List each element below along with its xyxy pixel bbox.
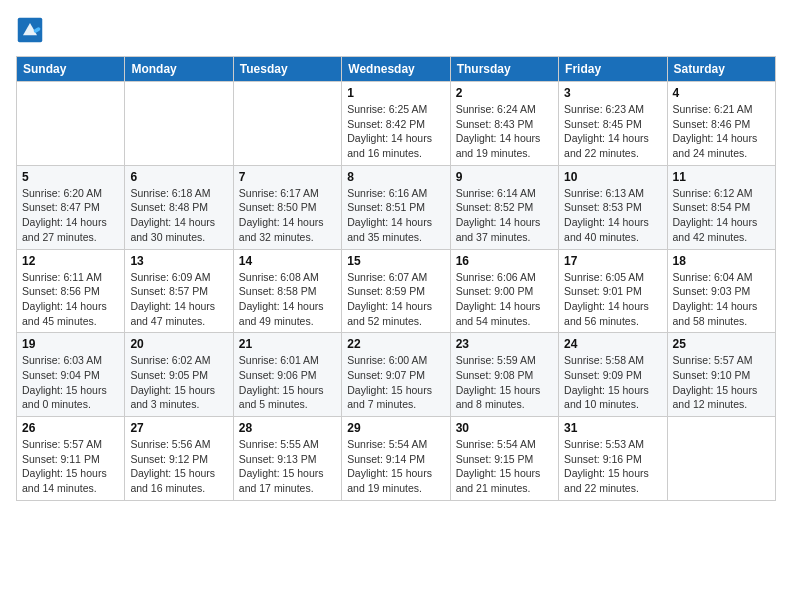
calendar-cell: 24Sunrise: 5:58 AM Sunset: 9:09 PM Dayli…: [559, 333, 667, 417]
day-info: Sunrise: 6:04 AM Sunset: 9:03 PM Dayligh…: [673, 270, 770, 329]
calendar-cell: 14Sunrise: 6:08 AM Sunset: 8:58 PM Dayli…: [233, 249, 341, 333]
day-number: 27: [130, 421, 227, 435]
logo-icon: [16, 16, 44, 44]
day-number: 8: [347, 170, 444, 184]
calendar-cell: 12Sunrise: 6:11 AM Sunset: 8:56 PM Dayli…: [17, 249, 125, 333]
day-number: 16: [456, 254, 553, 268]
calendar-cell: 7Sunrise: 6:17 AM Sunset: 8:50 PM Daylig…: [233, 165, 341, 249]
calendar-cell: 30Sunrise: 5:54 AM Sunset: 9:15 PM Dayli…: [450, 417, 558, 501]
day-number: 31: [564, 421, 661, 435]
calendar-cell: 1Sunrise: 6:25 AM Sunset: 8:42 PM Daylig…: [342, 82, 450, 166]
day-info: Sunrise: 6:03 AM Sunset: 9:04 PM Dayligh…: [22, 353, 119, 412]
calendar-cell: 18Sunrise: 6:04 AM Sunset: 9:03 PM Dayli…: [667, 249, 775, 333]
day-number: 7: [239, 170, 336, 184]
day-number: 15: [347, 254, 444, 268]
calendar-week-row: 12Sunrise: 6:11 AM Sunset: 8:56 PM Dayli…: [17, 249, 776, 333]
calendar-cell: 2Sunrise: 6:24 AM Sunset: 8:43 PM Daylig…: [450, 82, 558, 166]
calendar-cell: 13Sunrise: 6:09 AM Sunset: 8:57 PM Dayli…: [125, 249, 233, 333]
calendar-cell: 28Sunrise: 5:55 AM Sunset: 9:13 PM Dayli…: [233, 417, 341, 501]
day-info: Sunrise: 5:54 AM Sunset: 9:14 PM Dayligh…: [347, 437, 444, 496]
calendar-cell: 16Sunrise: 6:06 AM Sunset: 9:00 PM Dayli…: [450, 249, 558, 333]
weekday-header-thursday: Thursday: [450, 57, 558, 82]
day-info: Sunrise: 6:14 AM Sunset: 8:52 PM Dayligh…: [456, 186, 553, 245]
day-info: Sunrise: 5:57 AM Sunset: 9:11 PM Dayligh…: [22, 437, 119, 496]
day-number: 5: [22, 170, 119, 184]
day-number: 4: [673, 86, 770, 100]
calendar-header-row: SundayMondayTuesdayWednesdayThursdayFrid…: [17, 57, 776, 82]
calendar-cell: 11Sunrise: 6:12 AM Sunset: 8:54 PM Dayli…: [667, 165, 775, 249]
day-info: Sunrise: 6:05 AM Sunset: 9:01 PM Dayligh…: [564, 270, 661, 329]
calendar-cell: 10Sunrise: 6:13 AM Sunset: 8:53 PM Dayli…: [559, 165, 667, 249]
day-number: 24: [564, 337, 661, 351]
day-number: 13: [130, 254, 227, 268]
day-number: 2: [456, 86, 553, 100]
calendar-cell: 6Sunrise: 6:18 AM Sunset: 8:48 PM Daylig…: [125, 165, 233, 249]
day-number: 20: [130, 337, 227, 351]
calendar-cell: 8Sunrise: 6:16 AM Sunset: 8:51 PM Daylig…: [342, 165, 450, 249]
calendar-cell: 5Sunrise: 6:20 AM Sunset: 8:47 PM Daylig…: [17, 165, 125, 249]
day-info: Sunrise: 6:02 AM Sunset: 9:05 PM Dayligh…: [130, 353, 227, 412]
weekday-header-wednesday: Wednesday: [342, 57, 450, 82]
calendar-week-row: 1Sunrise: 6:25 AM Sunset: 8:42 PM Daylig…: [17, 82, 776, 166]
day-number: 28: [239, 421, 336, 435]
day-info: Sunrise: 6:07 AM Sunset: 8:59 PM Dayligh…: [347, 270, 444, 329]
day-info: Sunrise: 5:55 AM Sunset: 9:13 PM Dayligh…: [239, 437, 336, 496]
day-number: 19: [22, 337, 119, 351]
day-info: Sunrise: 6:08 AM Sunset: 8:58 PM Dayligh…: [239, 270, 336, 329]
day-info: Sunrise: 6:24 AM Sunset: 8:43 PM Dayligh…: [456, 102, 553, 161]
day-info: Sunrise: 6:21 AM Sunset: 8:46 PM Dayligh…: [673, 102, 770, 161]
day-number: 11: [673, 170, 770, 184]
calendar-cell: [667, 417, 775, 501]
calendar-cell: 3Sunrise: 6:23 AM Sunset: 8:45 PM Daylig…: [559, 82, 667, 166]
day-number: 23: [456, 337, 553, 351]
calendar-cell: 19Sunrise: 6:03 AM Sunset: 9:04 PM Dayli…: [17, 333, 125, 417]
day-number: 17: [564, 254, 661, 268]
day-info: Sunrise: 5:57 AM Sunset: 9:10 PM Dayligh…: [673, 353, 770, 412]
logo: [16, 16, 48, 44]
day-info: Sunrise: 6:18 AM Sunset: 8:48 PM Dayligh…: [130, 186, 227, 245]
weekday-header-friday: Friday: [559, 57, 667, 82]
day-info: Sunrise: 6:09 AM Sunset: 8:57 PM Dayligh…: [130, 270, 227, 329]
day-number: 14: [239, 254, 336, 268]
day-number: 22: [347, 337, 444, 351]
day-info: Sunrise: 6:16 AM Sunset: 8:51 PM Dayligh…: [347, 186, 444, 245]
day-info: Sunrise: 6:12 AM Sunset: 8:54 PM Dayligh…: [673, 186, 770, 245]
day-number: 26: [22, 421, 119, 435]
day-number: 12: [22, 254, 119, 268]
day-number: 21: [239, 337, 336, 351]
calendar-cell: 31Sunrise: 5:53 AM Sunset: 9:16 PM Dayli…: [559, 417, 667, 501]
calendar-cell: 20Sunrise: 6:02 AM Sunset: 9:05 PM Dayli…: [125, 333, 233, 417]
day-number: 25: [673, 337, 770, 351]
day-number: 30: [456, 421, 553, 435]
weekday-header-monday: Monday: [125, 57, 233, 82]
calendar-cell: 9Sunrise: 6:14 AM Sunset: 8:52 PM Daylig…: [450, 165, 558, 249]
calendar-week-row: 5Sunrise: 6:20 AM Sunset: 8:47 PM Daylig…: [17, 165, 776, 249]
calendar-cell: [125, 82, 233, 166]
calendar-cell: 17Sunrise: 6:05 AM Sunset: 9:01 PM Dayli…: [559, 249, 667, 333]
calendar-cell: 25Sunrise: 5:57 AM Sunset: 9:10 PM Dayli…: [667, 333, 775, 417]
day-number: 9: [456, 170, 553, 184]
day-info: Sunrise: 6:20 AM Sunset: 8:47 PM Dayligh…: [22, 186, 119, 245]
calendar-cell: 4Sunrise: 6:21 AM Sunset: 8:46 PM Daylig…: [667, 82, 775, 166]
day-info: Sunrise: 5:54 AM Sunset: 9:15 PM Dayligh…: [456, 437, 553, 496]
calendar-cell: 26Sunrise: 5:57 AM Sunset: 9:11 PM Dayli…: [17, 417, 125, 501]
day-info: Sunrise: 6:25 AM Sunset: 8:42 PM Dayligh…: [347, 102, 444, 161]
calendar-cell: 27Sunrise: 5:56 AM Sunset: 9:12 PM Dayli…: [125, 417, 233, 501]
calendar-cell: 21Sunrise: 6:01 AM Sunset: 9:06 PM Dayli…: [233, 333, 341, 417]
calendar-table: SundayMondayTuesdayWednesdayThursdayFrid…: [16, 56, 776, 501]
day-info: Sunrise: 5:58 AM Sunset: 9:09 PM Dayligh…: [564, 353, 661, 412]
weekday-header-tuesday: Tuesday: [233, 57, 341, 82]
day-info: Sunrise: 6:06 AM Sunset: 9:00 PM Dayligh…: [456, 270, 553, 329]
calendar-cell: 22Sunrise: 6:00 AM Sunset: 9:07 PM Dayli…: [342, 333, 450, 417]
page-header: [16, 16, 776, 44]
day-info: Sunrise: 6:00 AM Sunset: 9:07 PM Dayligh…: [347, 353, 444, 412]
day-info: Sunrise: 6:11 AM Sunset: 8:56 PM Dayligh…: [22, 270, 119, 329]
day-info: Sunrise: 6:23 AM Sunset: 8:45 PM Dayligh…: [564, 102, 661, 161]
calendar-cell: [233, 82, 341, 166]
calendar-cell: 29Sunrise: 5:54 AM Sunset: 9:14 PM Dayli…: [342, 417, 450, 501]
day-info: Sunrise: 5:59 AM Sunset: 9:08 PM Dayligh…: [456, 353, 553, 412]
day-number: 29: [347, 421, 444, 435]
day-info: Sunrise: 6:13 AM Sunset: 8:53 PM Dayligh…: [564, 186, 661, 245]
day-number: 18: [673, 254, 770, 268]
day-number: 6: [130, 170, 227, 184]
